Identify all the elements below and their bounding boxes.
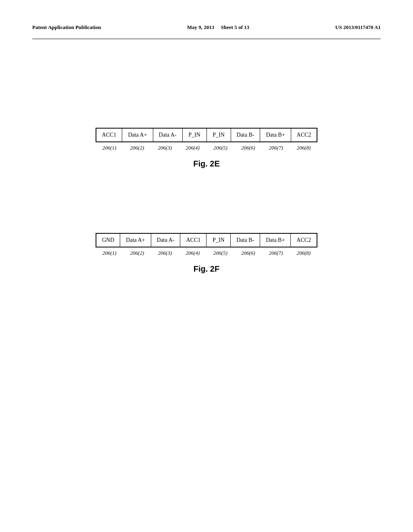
cell-p-in-1: P_IN xyxy=(182,128,206,142)
pin-label-3: 206(3) xyxy=(151,145,179,151)
header-sheet: Sheet 5 of 13 xyxy=(221,24,249,30)
cell-data-a-minus: Data A- xyxy=(153,128,182,142)
cell-data-b-minus: Data B- xyxy=(231,128,260,142)
figure-2e-section: ACC1 Data A+ Data A- P_IN P_IN Data B- D… xyxy=(32,128,381,168)
pin-label-5: 206(5) xyxy=(206,145,234,151)
cell-acc1-2f: ACC1 xyxy=(180,233,206,247)
pin-label-2f-1: 206(1) xyxy=(96,250,123,256)
pin-label-2f-6: 206(6) xyxy=(234,250,262,256)
figure-2f-caption: Fig. 2F xyxy=(194,264,219,274)
header-patent-number: US 2013/0117470 A1 xyxy=(335,24,381,31)
figure-2f-table-wrapper: GND Data A+ Data A- ACC1 P_IN Data B- Da… xyxy=(96,233,317,256)
page-header: Patent Application Publication May 9, 20… xyxy=(32,24,381,31)
pin-label-2f-5: 206(5) xyxy=(206,250,234,256)
figure-2e-caption: Fig. 2E xyxy=(193,159,220,168)
figure-2f-pin-labels: 206(1) 206(2) 206(3) 206(4) 206(5) 206(6… xyxy=(96,250,317,256)
table-row: GND Data A+ Data A- ACC1 P_IN Data B- Da… xyxy=(96,233,317,247)
cell-data-a-plus: Data A+ xyxy=(122,128,153,142)
pin-label-2f-2: 206(2) xyxy=(123,250,151,256)
figure-2e-pin-labels: 206(1) 206(2) 206(3) 206(4) 206(5) 206(6… xyxy=(96,145,318,151)
figure-2f-section: GND Data A+ Data A- ACC1 P_IN Data B- Da… xyxy=(32,233,381,274)
pin-label-2f-3: 206(3) xyxy=(151,250,179,256)
cell-acc2-2f: ACC2 xyxy=(291,233,317,247)
figure-2f-table: GND Data A+ Data A- ACC1 P_IN Data B- Da… xyxy=(96,233,317,247)
cell-p-in-2f: P_IN xyxy=(206,233,231,247)
cell-data-b-plus-2f: Data B+ xyxy=(260,233,291,247)
page: Patent Application Publication May 9, 20… xyxy=(0,0,413,532)
cell-acc2: ACC2 xyxy=(291,128,317,142)
header-date: May 9, 2013 xyxy=(187,24,215,30)
pin-label-6: 206(6) xyxy=(234,145,262,151)
cell-acc1: ACC1 xyxy=(96,128,122,142)
cell-gnd: GND xyxy=(96,233,120,247)
figure-2e-table-wrapper: ACC1 Data A+ Data A- P_IN P_IN Data B- D… xyxy=(96,128,318,151)
figure-2e-table: ACC1 Data A+ Data A- P_IN P_IN Data B- D… xyxy=(96,128,318,142)
pin-label-2f-7: 206(7) xyxy=(262,250,290,256)
cell-p-in-2: P_IN xyxy=(206,128,231,142)
pin-label-7: 206(7) xyxy=(262,145,290,151)
header-divider xyxy=(32,39,381,39)
table-row: ACC1 Data A+ Data A- P_IN P_IN Data B- D… xyxy=(96,128,317,142)
cell-data-b-plus: Data B+ xyxy=(260,128,291,142)
pin-label-4: 206(4) xyxy=(179,145,206,151)
pin-label-8: 206(8) xyxy=(290,145,318,151)
header-date-sheet: May 9, 2013 Sheet 5 of 13 xyxy=(187,24,249,31)
header-publication-label: Patent Application Publication xyxy=(32,24,101,31)
cell-data-a-minus-2f: Data A- xyxy=(151,233,180,247)
pin-label-2f-4: 206(4) xyxy=(179,250,206,256)
cell-data-a-plus-2f: Data A+ xyxy=(120,233,151,247)
cell-data-b-minus-2f: Data B- xyxy=(231,233,260,247)
pin-label-2f-8: 206(8) xyxy=(290,250,317,256)
pin-label-1: 206(1) xyxy=(96,145,123,151)
pin-label-2: 206(2) xyxy=(123,145,151,151)
